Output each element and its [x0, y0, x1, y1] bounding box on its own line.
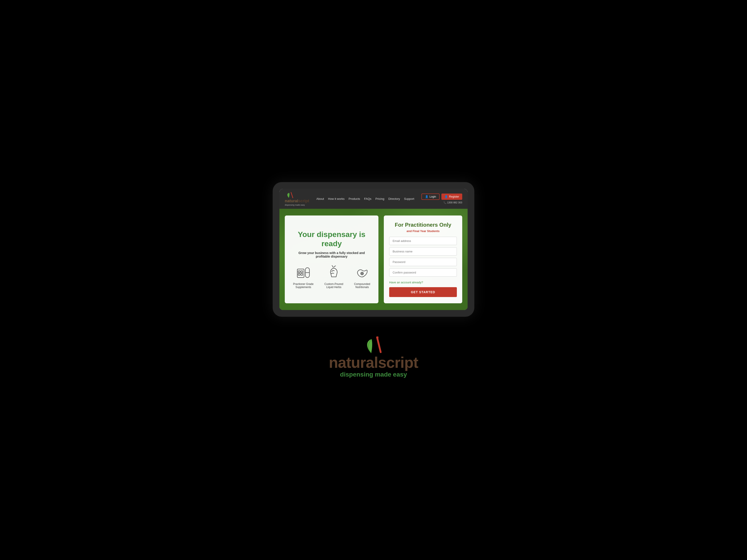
logo-icon: [285, 191, 295, 199]
login-button[interactable]: 👤 Login: [421, 193, 440, 200]
nav-pricing[interactable]: Pricing: [376, 197, 385, 201]
hero-icons: Practioner Grade Supplements Custom-Pour…: [291, 265, 372, 289]
liquid-herbs-item: Custom-Poured Liquid Herbs: [322, 265, 345, 289]
svg-rect-5: [298, 273, 300, 275]
compounded-icon: [354, 265, 370, 280]
nav-links: About How it works Products FAQs Pricing…: [316, 197, 414, 201]
email-input[interactable]: [389, 237, 457, 245]
nav-how-it-works[interactable]: How it works: [328, 197, 344, 201]
login-icon: 👤: [425, 195, 429, 198]
get-started-button[interactable]: GET STARTED: [389, 287, 457, 297]
supplement-label: Practioner Grade Supplements: [291, 283, 315, 289]
svg-rect-14: [377, 337, 379, 339]
logo: naturalscript dispensing made easy: [285, 191, 309, 206]
nav-buttons: 👤 Login 👤 Register: [421, 193, 462, 200]
hero-subtitle: Grow your business with a fully stocked …: [291, 251, 372, 258]
logo-script: script: [298, 199, 309, 204]
hero-left-panel: Your dispensary is ready Grow your busin…: [285, 215, 379, 303]
big-logo-section: naturalscript dispensing made easy: [329, 335, 418, 378]
tablet-screen: naturalscript dispensing made easy About…: [279, 189, 468, 310]
hero-section: Your dispensary is ready Grow your busin…: [279, 209, 468, 310]
compounded-label: Compounded Nutritionals: [352, 283, 372, 289]
svg-rect-6: [301, 273, 303, 275]
password-input[interactable]: [389, 258, 457, 266]
form-title: For Practitioners Only: [389, 222, 457, 228]
nav-directory[interactable]: Directory: [388, 197, 400, 201]
big-logo-text: naturalscript: [329, 355, 418, 370]
big-logo-tagline: dispensing made easy: [340, 371, 407, 378]
form-subtitle: and Final Year Students: [389, 230, 457, 233]
compounded-item: Compounded Nutritionals: [352, 265, 372, 289]
liquid-herbs-label: Custom-Poured Liquid Herbs: [322, 283, 345, 289]
nav-products[interactable]: Products: [349, 197, 360, 201]
supplement-item: Practioner Grade Supplements: [291, 265, 315, 289]
big-logo-icon: [360, 335, 387, 355]
register-icon: 👤: [444, 195, 448, 198]
nav-about[interactable]: About: [316, 197, 324, 201]
nav-right: 👤 Login 👤 Register 📞 1300 882 303: [421, 193, 462, 204]
tablet-frame: naturalscript dispensing made easy About…: [273, 182, 474, 317]
liquid-herbs-icon: [326, 265, 342, 280]
have-account-link[interactable]: Have an account already?: [389, 281, 457, 284]
registration-panel: For Practitioners Only and Final Year St…: [384, 215, 462, 303]
confirm-password-input[interactable]: [389, 268, 457, 277]
logo-tagline: dispensing made easy: [285, 204, 305, 206]
nav-faqs[interactable]: FAQs: [364, 197, 371, 201]
business-name-input[interactable]: [389, 247, 457, 256]
supplement-icon: [295, 265, 311, 280]
logo-natural: natural: [285, 199, 298, 204]
phone-number: 📞 1300 882 303: [443, 201, 462, 204]
svg-line-12: [377, 337, 381, 352]
hero-title: Your dispensary is ready: [291, 230, 372, 248]
svg-line-0: [291, 192, 293, 198]
svg-rect-3: [298, 271, 300, 273]
register-button[interactable]: 👤 Register: [441, 193, 462, 200]
svg-rect-4: [301, 271, 303, 273]
nav-support[interactable]: Support: [404, 197, 414, 201]
navbar: naturalscript dispensing made easy About…: [279, 189, 468, 209]
